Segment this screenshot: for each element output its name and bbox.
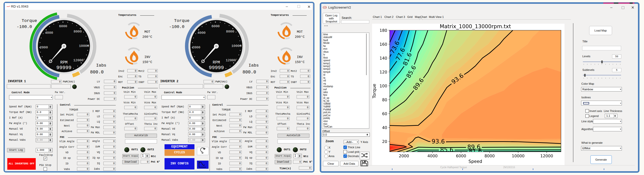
svg-text:4000: 4000 bbox=[197, 31, 206, 35]
svg-text:12000: 12000 bbox=[226, 59, 236, 62]
svg-text:10000: 10000 bbox=[79, 44, 89, 48]
svg-text:6000: 6000 bbox=[59, 24, 67, 28]
svg-text:99999: 99999 bbox=[209, 65, 224, 71]
svg-text:2000: 2000 bbox=[40, 46, 48, 49]
svg-text:8000: 8000 bbox=[226, 30, 234, 34]
svg-text:6000: 6000 bbox=[212, 24, 220, 28]
svg-text:99999: 99999 bbox=[56, 65, 71, 71]
svg-text:RPM: RPM bbox=[213, 60, 220, 65]
svg-text:10000: 10000 bbox=[231, 44, 242, 48]
svg-text:2000: 2000 bbox=[192, 46, 200, 49]
svg-text:12000: 12000 bbox=[73, 59, 84, 62]
svg-text:8000: 8000 bbox=[74, 30, 82, 34]
svg-text:RPM: RPM bbox=[60, 60, 68, 65]
svg-text:4000: 4000 bbox=[45, 31, 53, 35]
